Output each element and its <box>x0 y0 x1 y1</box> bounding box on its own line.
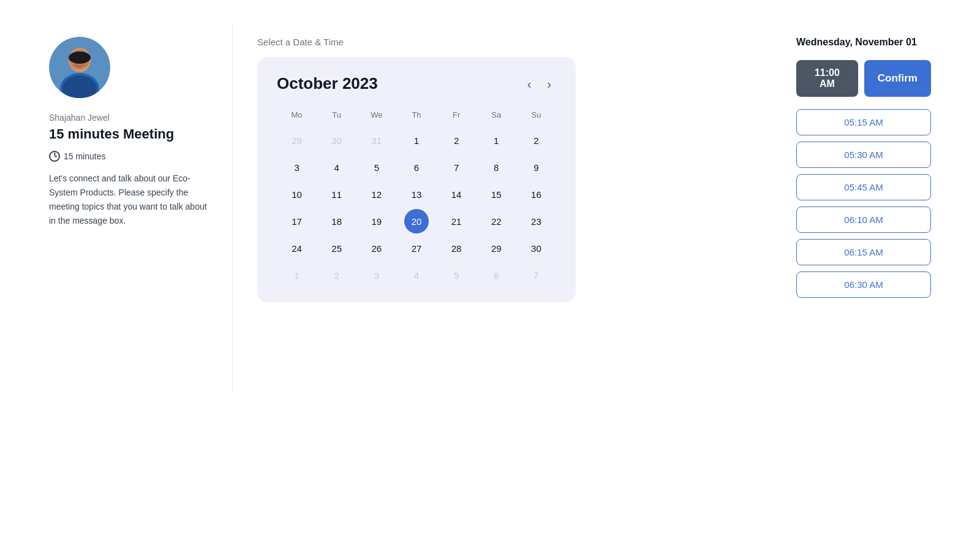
selected-time-badge: 11:00 AM <box>796 60 858 97</box>
calendar-day[interactable]: 26 <box>364 236 389 260</box>
calendar-day[interactable]: 9 <box>524 155 548 180</box>
next-month-button[interactable]: › <box>542 75 556 93</box>
calendar-day: 7 <box>524 263 548 287</box>
weekday-su: Su <box>516 108 556 122</box>
calendar-day: 30 <box>325 128 349 153</box>
calendar-day[interactable]: 30 <box>524 236 548 260</box>
left-panel: Shajahan Jewel 15 minutes Meeting 15 min… <box>37 25 233 392</box>
calendar-day[interactable]: 28 <box>444 236 469 260</box>
right-panel: Wednesday, November 01 11:00 AM Confirm … <box>772 25 943 310</box>
calendar-day[interactable]: 1 <box>404 128 429 153</box>
prev-month-button[interactable]: ‹ <box>522 75 537 93</box>
center-panel: Select a Date & Time October 2023 ‹ › Mo… <box>233 25 772 314</box>
page-wrapper: Shajahan Jewel 15 minutes Meeting 15 min… <box>37 25 943 392</box>
calendar-day: 5 <box>444 263 469 287</box>
weekday-we: We <box>356 108 396 122</box>
weekday-th: Th <box>396 108 436 122</box>
time-action-row: 11:00 AM Confirm <box>796 60 931 97</box>
calendar-day[interactable]: 10 <box>285 182 309 207</box>
calendar-day: 6 <box>484 263 508 287</box>
weekday-sa: Sa <box>477 108 516 122</box>
calendar-day[interactable]: 1 <box>484 128 508 153</box>
calendar-day[interactable]: 19 <box>364 209 389 233</box>
duration-text: 15 minutes <box>64 151 105 161</box>
nav-buttons: ‹ › <box>522 75 556 93</box>
svg-point-5 <box>75 59 78 63</box>
calendar-day[interactable]: 6 <box>404 155 429 180</box>
calendar-day: 4 <box>404 263 429 287</box>
calendar-day[interactable]: 7 <box>444 155 469 180</box>
time-slot[interactable]: 05:45 AM <box>796 174 931 200</box>
svg-point-4 <box>69 51 91 64</box>
section-title: Select a Date & Time <box>257 37 747 47</box>
calendar-weekdays: Mo Tu We Th Fr Sa Su <box>277 108 556 122</box>
meeting-title: 15 minutes Meeting <box>49 126 208 142</box>
calendar-day[interactable]: 23 <box>524 209 548 233</box>
calendar-day[interactable]: 29 <box>484 236 508 260</box>
time-slot[interactable]: 06:10 AM <box>796 207 931 233</box>
calendar-grid: Mo Tu We Th Fr Sa Su 2930311212345678910… <box>277 108 556 287</box>
calendar-day[interactable]: 15 <box>484 182 508 207</box>
calendar-day[interactable]: 2 <box>524 128 548 153</box>
calendar-day[interactable]: 16 <box>524 182 548 207</box>
host-name: Shajahan Jewel <box>49 113 208 123</box>
description: Let's connect and talk about our Eco-Sys… <box>49 172 208 228</box>
calendar-day[interactable]: 17 <box>285 209 309 233</box>
duration-row: 15 minutes <box>49 151 208 162</box>
calendar-day[interactable]: 14 <box>444 182 469 207</box>
calendar-day[interactable]: 22 <box>484 209 508 233</box>
calendar-days: 2930311212345678910111213141516171819202… <box>277 128 556 287</box>
avatar <box>49 37 110 98</box>
calendar-day[interactable]: 5 <box>364 155 389 180</box>
calendar-day[interactable]: 8 <box>484 155 508 180</box>
calendar-day[interactable]: 2 <box>444 128 469 153</box>
calendar-day: 31 <box>364 128 389 153</box>
calendar-day[interactable]: 21 <box>444 209 469 233</box>
calendar-day: 2 <box>325 263 349 287</box>
calendar-month-title: October 2023 <box>277 74 378 93</box>
confirm-button[interactable]: Confirm <box>864 60 931 97</box>
time-slot[interactable]: 06:30 AM <box>796 271 931 298</box>
time-slot[interactable]: 05:15 AM <box>796 109 931 135</box>
calendar-day[interactable]: 20 <box>404 209 429 233</box>
calendar-day[interactable]: 25 <box>325 236 349 260</box>
clock-icon <box>49 151 60 162</box>
svg-point-6 <box>82 59 85 63</box>
calendar-day: 3 <box>364 263 389 287</box>
calendar-day[interactable]: 4 <box>325 155 349 180</box>
calendar-card: October 2023 ‹ › Mo Tu We Th Fr Sa Su 29… <box>257 57 576 302</box>
weekday-tu: Tu <box>317 108 356 122</box>
weekday-mo: Mo <box>277 108 317 122</box>
time-slot[interactable]: 05:30 AM <box>796 142 931 168</box>
time-slot-list: 05:15 AM05:30 AM05:45 AM06:10 AM06:15 AM… <box>796 109 931 298</box>
calendar-day[interactable]: 18 <box>325 209 349 233</box>
selected-date-label: Wednesday, November 01 <box>796 37 931 48</box>
calendar-day: 1 <box>285 263 309 287</box>
calendar-day[interactable]: 24 <box>285 236 309 260</box>
calendar-day[interactable]: 27 <box>404 236 429 260</box>
weekday-fr: Fr <box>437 108 477 122</box>
calendar-day[interactable]: 3 <box>285 155 309 180</box>
calendar-header: October 2023 ‹ › <box>277 74 556 93</box>
calendar-day[interactable]: 11 <box>325 182 349 207</box>
calendar-day[interactable]: 13 <box>404 182 429 207</box>
calendar-day[interactable]: 12 <box>364 182 389 207</box>
calendar-day: 29 <box>285 128 309 153</box>
time-slot[interactable]: 06:15 AM <box>796 239 931 265</box>
